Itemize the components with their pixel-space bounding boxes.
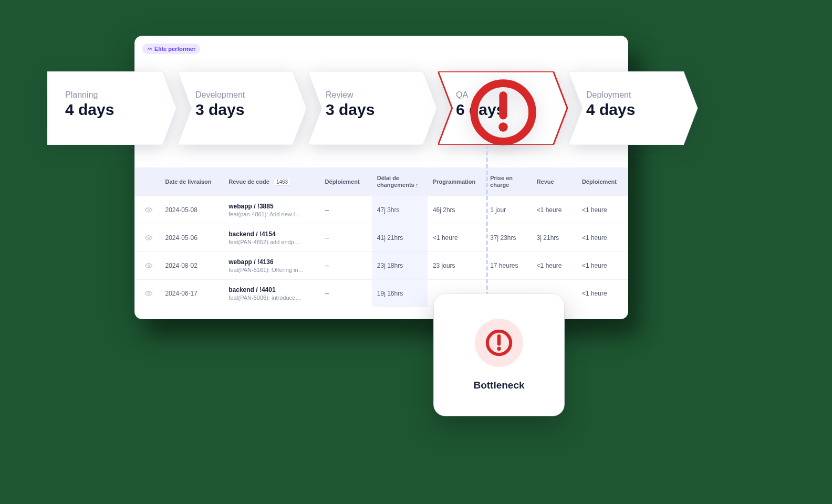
eye-icon[interactable] — [144, 234, 154, 242]
cell-delai: 19j 16hrs — [372, 280, 428, 308]
speedometer-icon — [147, 46, 152, 51]
revue-count: 1463 — [273, 178, 291, 186]
svg-point-2 — [148, 265, 149, 267]
col-revue[interactable]: Revue — [532, 167, 577, 196]
cell-date: 2024-06-17 — [160, 280, 223, 308]
table-row[interactable]: 2024-05-06backend / !4154feat(PAN-4852) … — [135, 224, 628, 252]
alert-icon — [484, 328, 514, 358]
cell-prise: 37j 23hrs — [485, 224, 531, 252]
table-row[interactable]: 2024-05-08webapp / !3885feat(pan-4861): … — [135, 196, 628, 224]
col-prise[interactable]: Prise en charge — [485, 167, 531, 196]
pipeline-stages: Planning4 daysDevelopment3 daysReview3 d… — [47, 71, 699, 145]
stage-development[interactable]: Development3 days — [178, 71, 308, 145]
cell-dep2: <1 heure — [577, 252, 628, 280]
cell-date: 2024-05-06 — [160, 224, 223, 252]
stage-planning[interactable]: Planning4 days — [47, 71, 178, 145]
col-deploiement2[interactable]: Déploiement — [577, 167, 628, 196]
eye-icon[interactable] — [144, 289, 154, 298]
cell-prog: 46j 2hrs — [428, 196, 485, 224]
stage-value: 3 days — [195, 101, 245, 119]
cell-revue: <1 heure — [532, 196, 577, 224]
eye-icon[interactable] — [144, 261, 154, 270]
stage-deployment[interactable]: Deployment4 days — [568, 71, 699, 145]
cell-deploy: -- — [320, 280, 372, 308]
cell-prise: 1 jour — [485, 196, 531, 224]
popup-label: Bottleneck — [473, 380, 524, 391]
alert-icon — [438, 76, 568, 149]
cell-delai: 41j 21hrs — [372, 224, 428, 252]
cell-dep2: <1 heure — [577, 280, 628, 308]
stage-value: 4 days — [65, 101, 114, 119]
cell-code: webapp / !4136feat(PAN-5161): Offering i… — [223, 252, 319, 280]
cell-date: 2024-08-02 — [160, 252, 223, 280]
cell-code: webapp / !3885feat(pan-4861): Add new l… — [223, 196, 319, 224]
col-delai[interactable]: Délai de changements↑ — [372, 167, 428, 196]
cell-dep2: <1 heure — [577, 196, 628, 224]
svg-point-0 — [148, 209, 149, 211]
table-row[interactable]: 2024-08-02webapp / !4136feat(PAN-5161): … — [135, 252, 628, 280]
cell-revue: <1 heure — [532, 252, 577, 280]
alert-circle — [475, 319, 523, 367]
cell-code: backend / !4401feat(PAN-5006): introduce… — [223, 280, 319, 308]
stage-qa[interactable]: QA6 days — [438, 71, 568, 145]
cell-prog: <1 heure — [428, 224, 485, 252]
cell-code: backend / !4154feat(PAN-4852) add endp… — [223, 224, 319, 252]
cell-prog: 23 jours — [428, 252, 485, 280]
connector-line — [486, 145, 488, 302]
cell-prise: 17 heures — [485, 252, 531, 280]
eye-icon[interactable] — [144, 206, 154, 214]
svg-point-10 — [498, 122, 508, 132]
stage-label: Review — [326, 90, 375, 100]
stage-label: Deployment — [586, 90, 635, 100]
metrics-table: Date de livraison Revue de code 1463 Dép… — [135, 167, 628, 307]
arrow-up-icon: ↑ — [415, 182, 419, 188]
col-date[interactable]: Date de livraison — [160, 167, 223, 196]
col-programmation[interactable]: Programmation — [428, 167, 485, 196]
cell-dep2: <1 heure — [577, 224, 628, 252]
cell-delai: 23j 18hrs — [372, 252, 428, 280]
col-revue-code[interactable]: Revue de code 1463 — [223, 167, 319, 196]
cell-deploy: -- — [320, 196, 372, 224]
elite-performer-badge: Elite performer — [142, 44, 200, 54]
cell-revue: 3j 21hrs — [532, 224, 577, 252]
col-deploiement[interactable]: Déploiement — [320, 167, 372, 196]
stage-label: Development — [195, 90, 245, 100]
svg-point-14 — [497, 346, 501, 350]
svg-point-3 — [148, 293, 149, 295]
cell-deploy: -- — [320, 224, 372, 252]
badge-label: Elite performer — [154, 46, 195, 52]
cell-delai: 47j 3hrs — [372, 196, 428, 224]
svg-point-1 — [148, 237, 149, 239]
stage-value: 3 days — [326, 101, 375, 119]
stage-review[interactable]: Review3 days — [308, 71, 438, 145]
stage-label: Planning — [65, 90, 114, 100]
bottleneck-popup: Bottleneck — [434, 294, 564, 416]
cell-date: 2024-05-08 — [160, 196, 223, 224]
stage-value: 4 days — [586, 101, 635, 119]
cell-deploy: -- — [320, 252, 372, 280]
